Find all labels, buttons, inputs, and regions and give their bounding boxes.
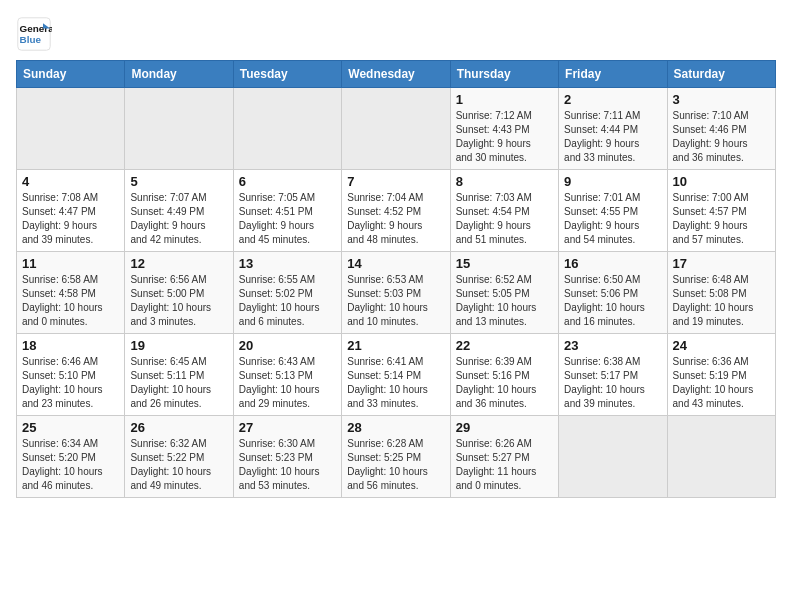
day-cell: 4Sunrise: 7:08 AM Sunset: 4:47 PM Daylig… <box>17 170 125 252</box>
day-cell: 3Sunrise: 7:10 AM Sunset: 4:46 PM Daylig… <box>667 88 775 170</box>
day-number: 6 <box>239 174 336 189</box>
week-row-3: 18Sunrise: 6:46 AM Sunset: 5:10 PM Dayli… <box>17 334 776 416</box>
day-number: 16 <box>564 256 661 271</box>
day-number: 22 <box>456 338 553 353</box>
day-number: 7 <box>347 174 444 189</box>
day-number: 26 <box>130 420 227 435</box>
day-cell: 19Sunrise: 6:45 AM Sunset: 5:11 PM Dayli… <box>125 334 233 416</box>
week-row-4: 25Sunrise: 6:34 AM Sunset: 5:20 PM Dayli… <box>17 416 776 498</box>
day-info: Sunrise: 6:45 AM Sunset: 5:11 PM Dayligh… <box>130 355 227 411</box>
day-info: Sunrise: 6:32 AM Sunset: 5:22 PM Dayligh… <box>130 437 227 493</box>
day-info: Sunrise: 7:05 AM Sunset: 4:51 PM Dayligh… <box>239 191 336 247</box>
day-cell: 14Sunrise: 6:53 AM Sunset: 5:03 PM Dayli… <box>342 252 450 334</box>
day-info: Sunrise: 6:39 AM Sunset: 5:16 PM Dayligh… <box>456 355 553 411</box>
day-number: 20 <box>239 338 336 353</box>
day-cell: 22Sunrise: 6:39 AM Sunset: 5:16 PM Dayli… <box>450 334 558 416</box>
header: General Blue <box>16 16 776 52</box>
day-number: 24 <box>673 338 770 353</box>
day-cell: 15Sunrise: 6:52 AM Sunset: 5:05 PM Dayli… <box>450 252 558 334</box>
day-info: Sunrise: 7:07 AM Sunset: 4:49 PM Dayligh… <box>130 191 227 247</box>
day-number: 12 <box>130 256 227 271</box>
day-cell: 10Sunrise: 7:00 AM Sunset: 4:57 PM Dayli… <box>667 170 775 252</box>
col-header-saturday: Saturday <box>667 61 775 88</box>
day-number: 23 <box>564 338 661 353</box>
day-cell <box>342 88 450 170</box>
svg-text:Blue: Blue <box>20 34 42 45</box>
day-info: Sunrise: 6:50 AM Sunset: 5:06 PM Dayligh… <box>564 273 661 329</box>
calendar: SundayMondayTuesdayWednesdayThursdayFrid… <box>16 60 776 498</box>
day-number: 2 <box>564 92 661 107</box>
day-info: Sunrise: 7:11 AM Sunset: 4:44 PM Dayligh… <box>564 109 661 165</box>
day-number: 17 <box>673 256 770 271</box>
day-info: Sunrise: 6:53 AM Sunset: 5:03 PM Dayligh… <box>347 273 444 329</box>
day-info: Sunrise: 6:43 AM Sunset: 5:13 PM Dayligh… <box>239 355 336 411</box>
day-number: 29 <box>456 420 553 435</box>
day-info: Sunrise: 6:38 AM Sunset: 5:17 PM Dayligh… <box>564 355 661 411</box>
day-info: Sunrise: 6:58 AM Sunset: 4:58 PM Dayligh… <box>22 273 119 329</box>
day-info: Sunrise: 6:41 AM Sunset: 5:14 PM Dayligh… <box>347 355 444 411</box>
day-number: 21 <box>347 338 444 353</box>
day-cell <box>667 416 775 498</box>
day-number: 27 <box>239 420 336 435</box>
logo: General Blue <box>16 16 58 52</box>
week-row-2: 11Sunrise: 6:58 AM Sunset: 4:58 PM Dayli… <box>17 252 776 334</box>
day-info: Sunrise: 7:12 AM Sunset: 4:43 PM Dayligh… <box>456 109 553 165</box>
day-cell: 26Sunrise: 6:32 AM Sunset: 5:22 PM Dayli… <box>125 416 233 498</box>
col-header-monday: Monday <box>125 61 233 88</box>
day-info: Sunrise: 7:04 AM Sunset: 4:52 PM Dayligh… <box>347 191 444 247</box>
day-cell: 27Sunrise: 6:30 AM Sunset: 5:23 PM Dayli… <box>233 416 341 498</box>
day-cell: 17Sunrise: 6:48 AM Sunset: 5:08 PM Dayli… <box>667 252 775 334</box>
col-header-wednesday: Wednesday <box>342 61 450 88</box>
day-cell: 29Sunrise: 6:26 AM Sunset: 5:27 PM Dayli… <box>450 416 558 498</box>
day-cell: 9Sunrise: 7:01 AM Sunset: 4:55 PM Daylig… <box>559 170 667 252</box>
day-cell: 2Sunrise: 7:11 AM Sunset: 4:44 PM Daylig… <box>559 88 667 170</box>
day-info: Sunrise: 6:36 AM Sunset: 5:19 PM Dayligh… <box>673 355 770 411</box>
day-info: Sunrise: 6:28 AM Sunset: 5:25 PM Dayligh… <box>347 437 444 493</box>
day-cell: 13Sunrise: 6:55 AM Sunset: 5:02 PM Dayli… <box>233 252 341 334</box>
day-cell: 23Sunrise: 6:38 AM Sunset: 5:17 PM Dayli… <box>559 334 667 416</box>
day-cell: 25Sunrise: 6:34 AM Sunset: 5:20 PM Dayli… <box>17 416 125 498</box>
day-info: Sunrise: 6:46 AM Sunset: 5:10 PM Dayligh… <box>22 355 119 411</box>
day-cell: 12Sunrise: 6:56 AM Sunset: 5:00 PM Dayli… <box>125 252 233 334</box>
day-number: 25 <box>22 420 119 435</box>
day-number: 8 <box>456 174 553 189</box>
day-cell <box>559 416 667 498</box>
day-number: 1 <box>456 92 553 107</box>
logo-icon: General Blue <box>16 16 52 52</box>
week-row-1: 4Sunrise: 7:08 AM Sunset: 4:47 PM Daylig… <box>17 170 776 252</box>
day-cell: 18Sunrise: 6:46 AM Sunset: 5:10 PM Dayli… <box>17 334 125 416</box>
day-cell <box>17 88 125 170</box>
day-info: Sunrise: 7:03 AM Sunset: 4:54 PM Dayligh… <box>456 191 553 247</box>
week-row-0: 1Sunrise: 7:12 AM Sunset: 4:43 PM Daylig… <box>17 88 776 170</box>
day-info: Sunrise: 6:26 AM Sunset: 5:27 PM Dayligh… <box>456 437 553 493</box>
day-number: 19 <box>130 338 227 353</box>
day-number: 9 <box>564 174 661 189</box>
day-number: 10 <box>673 174 770 189</box>
day-cell: 11Sunrise: 6:58 AM Sunset: 4:58 PM Dayli… <box>17 252 125 334</box>
day-info: Sunrise: 6:55 AM Sunset: 5:02 PM Dayligh… <box>239 273 336 329</box>
day-number: 3 <box>673 92 770 107</box>
day-cell: 1Sunrise: 7:12 AM Sunset: 4:43 PM Daylig… <box>450 88 558 170</box>
day-cell: 7Sunrise: 7:04 AM Sunset: 4:52 PM Daylig… <box>342 170 450 252</box>
day-cell: 8Sunrise: 7:03 AM Sunset: 4:54 PM Daylig… <box>450 170 558 252</box>
day-number: 5 <box>130 174 227 189</box>
day-info: Sunrise: 7:08 AM Sunset: 4:47 PM Dayligh… <box>22 191 119 247</box>
day-info: Sunrise: 7:10 AM Sunset: 4:46 PM Dayligh… <box>673 109 770 165</box>
day-cell: 6Sunrise: 7:05 AM Sunset: 4:51 PM Daylig… <box>233 170 341 252</box>
col-header-tuesday: Tuesday <box>233 61 341 88</box>
col-header-thursday: Thursday <box>450 61 558 88</box>
day-number: 28 <box>347 420 444 435</box>
day-number: 18 <box>22 338 119 353</box>
day-info: Sunrise: 7:01 AM Sunset: 4:55 PM Dayligh… <box>564 191 661 247</box>
day-number: 4 <box>22 174 119 189</box>
day-number: 14 <box>347 256 444 271</box>
day-info: Sunrise: 6:48 AM Sunset: 5:08 PM Dayligh… <box>673 273 770 329</box>
day-cell: 5Sunrise: 7:07 AM Sunset: 4:49 PM Daylig… <box>125 170 233 252</box>
day-cell: 28Sunrise: 6:28 AM Sunset: 5:25 PM Dayli… <box>342 416 450 498</box>
day-number: 15 <box>456 256 553 271</box>
calendar-header-row: SundayMondayTuesdayWednesdayThursdayFrid… <box>17 61 776 88</box>
day-info: Sunrise: 6:34 AM Sunset: 5:20 PM Dayligh… <box>22 437 119 493</box>
day-info: Sunrise: 6:56 AM Sunset: 5:00 PM Dayligh… <box>130 273 227 329</box>
day-cell: 16Sunrise: 6:50 AM Sunset: 5:06 PM Dayli… <box>559 252 667 334</box>
col-header-friday: Friday <box>559 61 667 88</box>
